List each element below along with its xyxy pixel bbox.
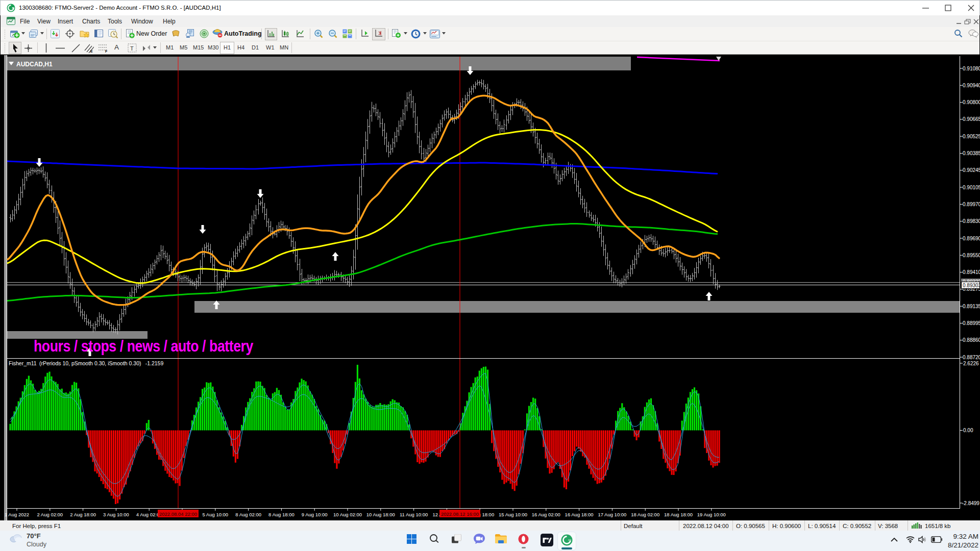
svg-text:16 Aug 02:00: 16 Aug 02:00	[532, 512, 560, 517]
svg-text:0.90940: 0.90940	[963, 83, 980, 88]
svg-text:hours / stops / news / auto /: hours / stops / news / auto / battery	[34, 337, 253, 355]
svg-text:8 Aug 18:00: 8 Aug 18:00	[268, 512, 295, 517]
svg-text:Fisher_m11 (rPeriods 10, pSmoo: Fisher_m11 (rPeriods 10, pSmooth 0.30, i…	[9, 360, 163, 366]
svg-text:1 Aug 2022: 1 Aug 2022	[5, 512, 29, 517]
svg-text:0.90665: 0.90665	[963, 116, 980, 122]
svg-text:0.89410: 0.89410	[963, 269, 980, 275]
svg-text:0.90800: 0.90800	[963, 99, 980, 105]
svg-text:0.89970: 0.89970	[963, 202, 980, 207]
svg-text:0.00: 0.00	[963, 428, 973, 433]
svg-text:15 Aug 10:00: 15 Aug 10:00	[499, 512, 527, 517]
svg-text:9 Aug 10:00: 9 Aug 10:00	[302, 512, 328, 517]
svg-text:3 Aug 10:00: 3 Aug 10:00	[103, 512, 129, 517]
svg-text:5 Aug 10:00: 5 Aug 10:00	[202, 512, 228, 517]
svg-text:19 Aug 10:00: 19 Aug 10:00	[697, 512, 726, 517]
svg-text:2 Aug 18:00: 2 Aug 18:00	[70, 512, 96, 517]
svg-text:0.88995: 0.88995	[963, 320, 980, 326]
svg-text:T: T	[130, 45, 134, 52]
svg-text:0.88860: 0.88860	[963, 337, 980, 343]
svg-text:-2.8499: -2.8499	[962, 500, 979, 506]
svg-text:F: F	[105, 49, 108, 53]
svg-text:2022.08.12 16:00: 2022.08.12 16:00	[441, 511, 479, 517]
svg-text:0.88720: 0.88720	[963, 355, 980, 360]
svg-text:E: E	[90, 49, 93, 53]
svg-text:0.91080: 0.91080	[963, 66, 980, 71]
svg-text:0.90525: 0.90525	[963, 134, 980, 139]
svg-text:AUDCAD,H1: AUDCAD,H1	[16, 61, 53, 68]
svg-text:16 Aug 18:00: 16 Aug 18:00	[565, 512, 594, 517]
svg-text:0.90245: 0.90245	[963, 167, 980, 173]
svg-text:17 Aug 10:00: 17 Aug 10:00	[598, 512, 626, 517]
svg-text:2.6226: 2.6226	[963, 361, 979, 366]
svg-text:0.90105: 0.90105	[963, 185, 980, 190]
svg-text:0.89830: 0.89830	[963, 218, 980, 224]
svg-text:0.89690: 0.89690	[963, 236, 980, 241]
svg-text:8 Aug 02:00: 8 Aug 02:00	[235, 512, 261, 517]
svg-text:2022.08.04 22:00: 2022.08.04 22:00	[159, 511, 197, 517]
svg-text:18 Aug 02:00: 18 Aug 02:00	[631, 512, 659, 517]
svg-text:2 Aug 02:00: 2 Aug 02:00	[37, 512, 63, 517]
svg-text:10 Aug 02:00: 10 Aug 02:00	[333, 512, 362, 517]
svg-text:0.90385: 0.90385	[963, 151, 980, 156]
svg-text:11 Aug 10:00: 11 Aug 10:00	[400, 512, 428, 517]
svg-text:18 Aug 18:00: 18 Aug 18:00	[664, 512, 693, 517]
svg-text:0.89303: 0.89303	[963, 283, 980, 288]
svg-text:0.89550: 0.89550	[963, 253, 980, 258]
svg-text:10 Aug 18:00: 10 Aug 18:00	[366, 512, 395, 517]
svg-text:0.89135: 0.89135	[963, 304, 980, 309]
